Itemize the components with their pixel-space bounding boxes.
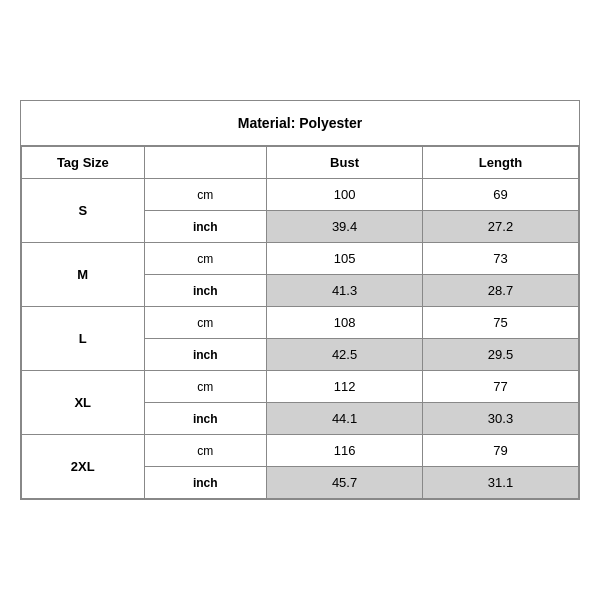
- cm-length-cell: 73: [423, 243, 579, 275]
- header-bust: Bust: [267, 147, 423, 179]
- unit-cm-cell: cm: [144, 179, 267, 211]
- unit-cm-cell: cm: [144, 371, 267, 403]
- cm-length-cell: 79: [423, 435, 579, 467]
- cm-bust-cell: 108: [267, 307, 423, 339]
- header-tag-size: Tag Size: [22, 147, 145, 179]
- chart-title: Material: Polyester: [21, 101, 579, 146]
- cm-bust-cell: 116: [267, 435, 423, 467]
- table-row: M cm 105 73: [22, 243, 579, 275]
- size-chart-container: Material: Polyester Tag Size Bust Length…: [20, 100, 580, 500]
- inch-length-cell: 27.2: [423, 211, 579, 243]
- unit-inch-cell: inch: [144, 339, 267, 371]
- table-row: L cm 108 75: [22, 307, 579, 339]
- tag-size-cell: 2XL: [22, 435, 145, 499]
- inch-bust-cell: 44.1: [267, 403, 423, 435]
- inch-bust-cell: 41.3: [267, 275, 423, 307]
- cm-bust-cell: 100: [267, 179, 423, 211]
- inch-bust-cell: 39.4: [267, 211, 423, 243]
- unit-inch-cell: inch: [144, 467, 267, 499]
- unit-cm-cell: cm: [144, 307, 267, 339]
- unit-cm-cell: cm: [144, 243, 267, 275]
- header-length: Length: [423, 147, 579, 179]
- tag-size-cell: M: [22, 243, 145, 307]
- inch-length-cell: 30.3: [423, 403, 579, 435]
- cm-bust-cell: 105: [267, 243, 423, 275]
- table-row: 2XL cm 116 79: [22, 435, 579, 467]
- cm-length-cell: 75: [423, 307, 579, 339]
- tag-size-cell: XL: [22, 371, 145, 435]
- unit-inch-cell: inch: [144, 403, 267, 435]
- unit-inch-cell: inch: [144, 275, 267, 307]
- size-table: Tag Size Bust Length S cm 100 69 inch 39…: [21, 146, 579, 499]
- inch-bust-cell: 45.7: [267, 467, 423, 499]
- inch-length-cell: 31.1: [423, 467, 579, 499]
- table-row: XL cm 112 77: [22, 371, 579, 403]
- header-unit: [144, 147, 267, 179]
- inch-bust-cell: 42.5: [267, 339, 423, 371]
- inch-length-cell: 29.5: [423, 339, 579, 371]
- tag-size-cell: L: [22, 307, 145, 371]
- tag-size-cell: S: [22, 179, 145, 243]
- unit-inch-cell: inch: [144, 211, 267, 243]
- unit-cm-cell: cm: [144, 435, 267, 467]
- cm-length-cell: 77: [423, 371, 579, 403]
- table-row: S cm 100 69: [22, 179, 579, 211]
- inch-length-cell: 28.7: [423, 275, 579, 307]
- cm-length-cell: 69: [423, 179, 579, 211]
- cm-bust-cell: 112: [267, 371, 423, 403]
